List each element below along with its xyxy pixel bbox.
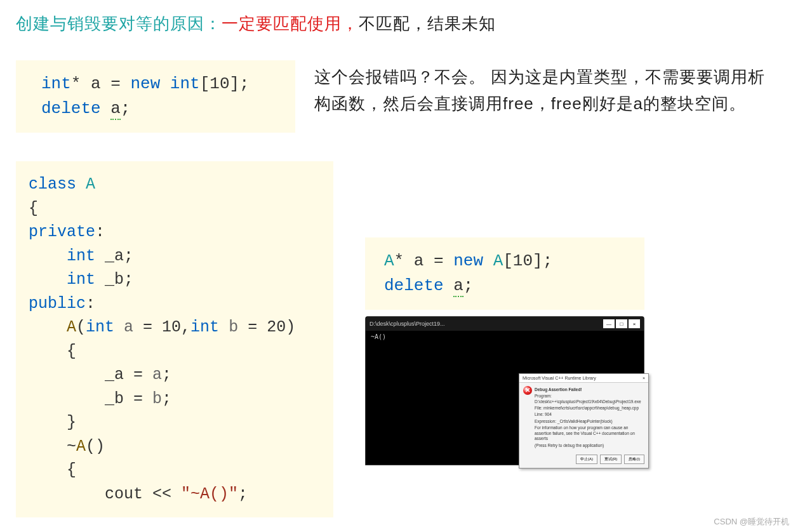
row-main: class A { private: int _a; int _b; publi…	[16, 161, 777, 517]
abort-button[interactable]: 中止(A)	[576, 455, 597, 464]
code-snippet-2: A* a = new A[10]; delete a;	[365, 237, 644, 310]
right-column: A* a = new A[10]; delete a; D:\desk\cplu…	[365, 237, 777, 465]
maximize-icon[interactable]: □	[616, 319, 627, 328]
header-label: 创建与销毁要对等的原因：	[16, 14, 222, 33]
code-class-A: class A { private: int _a; int _b; publi…	[16, 161, 333, 517]
header-line: 创建与销毁要对等的原因：一定要匹配使用，不匹配，结果未知	[16, 13, 777, 35]
row-snippet1: int* a = new int[10]; delete a; 这个会报错吗？不…	[16, 60, 777, 133]
debugger-path: D:\desk\cplusplus\Project19...	[370, 321, 602, 327]
explanation-1: 这个会报错吗？不会。 因为这是内置类型，不需要要调用析构函数，然后会直接调用fr…	[314, 60, 777, 117]
watermark: CSDN @睡觉待开机	[714, 516, 789, 528]
dialog-line: Line: 904	[535, 412, 644, 417]
dialog-titlebar: Microsoft Visual C++ Runtime Library ×	[519, 374, 648, 383]
ignore-button[interactable]: 忽略(I)	[624, 455, 644, 464]
dialog-program: Program: D:\desk\c++\cplusplus\Project19…	[535, 394, 644, 404]
debugger-titlebar: D:\desk\cplusplus\Project19... — □ ×	[366, 317, 644, 331]
error-icon: ✕	[523, 386, 532, 395]
dialog-file: File: minkernel\crts\ucrt\src\appcrt\hea…	[535, 406, 644, 411]
dialog-retry-hint: (Press Retry to debug the application)	[535, 443, 644, 448]
code-snippet-1: int* a = new int[10]; delete a;	[16, 60, 295, 133]
dialog-title-text: Microsoft Visual C++ Runtime Library	[523, 376, 596, 380]
dialog-body-text: Debug Assertion Failed! Program: D:\desk…	[535, 386, 644, 449]
close-icon[interactable]: ×	[629, 319, 640, 328]
debugger-window: D:\desk\cplusplus\Project19... — □ × ~A(…	[365, 316, 644, 465]
dialog-close-icon[interactable]: ×	[643, 376, 645, 380]
dialog-heading: Debug Assertion Failed!	[535, 387, 644, 392]
console-output: ~A()	[366, 331, 644, 343]
header-tail: 不匹配，结果未知	[359, 14, 496, 33]
minimize-icon[interactable]: —	[603, 319, 615, 328]
class-code-column: class A { private: int _a; int _b; publi…	[16, 161, 333, 517]
dialog-buttons: 中止(A) 重试(R) 忽略(I)	[519, 452, 648, 468]
dialog-info: For information on how your program can …	[535, 425, 644, 441]
dialog-expression: Expression: _CrtIsValidHeapPointer(block…	[535, 419, 644, 424]
retry-button[interactable]: 重试(R)	[600, 455, 622, 464]
assertion-dialog: Microsoft Visual C++ Runtime Library × ✕…	[519, 373, 649, 469]
header-warning: 一定要匹配使用，	[222, 14, 359, 33]
